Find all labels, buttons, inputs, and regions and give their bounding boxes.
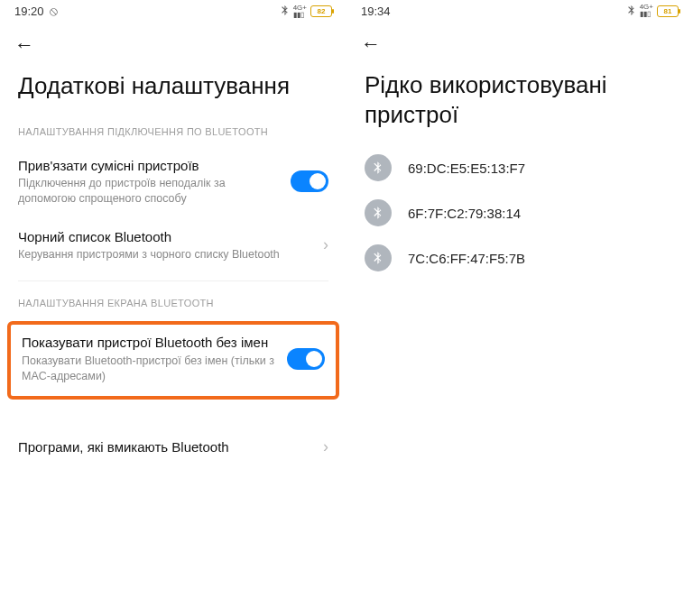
device-mac: 6F:7F:C2:79:38:14 [408, 206, 521, 221]
bluetooth-icon [365, 244, 392, 271]
pair-devices-toggle[interactable] [291, 170, 328, 192]
show-noname-title: Показувати пристрої Bluetooth без імен [22, 334, 276, 352]
signal-icon: 4G+▮▮▯ [640, 4, 653, 18]
battery-icon: 82 [310, 5, 332, 17]
device-row[interactable]: 69:DC:E5:E5:13:F7 [346, 145, 693, 190]
chevron-right-icon: › [323, 437, 328, 456]
blacklist-subtitle: Керування пристроями з чорного списку Bl… [18, 247, 312, 262]
bluetooth-icon [365, 154, 392, 181]
battery-icon: 81 [657, 5, 679, 17]
section-header-connection: НАЛАШТУВАННЯ ПІДКЛЮЧЕННЯ ПО BLUETOOTH [0, 117, 346, 146]
chevron-right-icon: › [323, 235, 328, 254]
pair-devices-title: Прив'язати сумісні пристроїв [18, 157, 280, 175]
device-row[interactable]: 6F:7F:C2:79:38:14 [346, 190, 693, 235]
alarm-off-icon: ⦸ [50, 4, 58, 19]
signal-icon: 4G+▮▮▯ [293, 5, 307, 19]
blacklist-row[interactable]: Чорний список Bluetooth Керування пристр… [0, 217, 346, 273]
status-bar: 19:34 4G+▮▮▯ 81 [346, 0, 693, 20]
device-mac: 69:DC:E5:E5:13:F7 [408, 161, 525, 176]
screen-rare-devices: 19:34 4G+▮▮▯ 81 ← Рідко використовувані … [346, 0, 693, 616]
show-noname-toggle[interactable] [287, 348, 325, 370]
section-header-screen: НАЛАШТУВАННЯ ЕКРАНА BLUETOOTH [0, 289, 346, 317]
status-bar: 19:20 ⦸ 4G+▮▮▯ 82 [0, 0, 346, 21]
bluetooth-icon [365, 199, 392, 226]
pair-devices-row[interactable]: Прив'язати сумісні пристроїв Підключення… [0, 146, 346, 217]
pair-devices-subtitle: Підключення до пристроїв неподалік за до… [18, 176, 280, 207]
divider [18, 280, 328, 281]
apps-title: Програми, які вмикають Bluetooth [18, 438, 312, 456]
blacklist-title: Чорний список Bluetooth [18, 228, 312, 246]
bluetooth-status-icon [281, 5, 290, 18]
page-title: Рідко використовувані пристрої [346, 61, 693, 145]
status-time: 19:34 [361, 5, 391, 18]
screen-additional-settings: 19:20 ⦸ 4G+▮▮▯ 82 ← Додаткові налаштуван… [0, 0, 346, 616]
apps-row[interactable]: Програми, які вмикають Bluetooth › [0, 427, 346, 467]
back-button[interactable]: ← [361, 32, 381, 56]
status-time: 19:20 [14, 5, 44, 18]
show-noname-row[interactable]: Показувати пристрої Bluetooth без імен П… [7, 321, 339, 400]
device-row[interactable]: 7C:C6:FF:47:F5:7B [346, 235, 693, 280]
device-mac: 7C:C6:FF:47:F5:7B [408, 251, 525, 266]
bluetooth-status-icon [627, 5, 636, 18]
page-title: Додаткові налаштування [0, 62, 346, 117]
show-noname-subtitle: Показувати Bluetooth-пристрої без імен (… [22, 354, 276, 384]
back-button[interactable]: ← [14, 33, 34, 57]
